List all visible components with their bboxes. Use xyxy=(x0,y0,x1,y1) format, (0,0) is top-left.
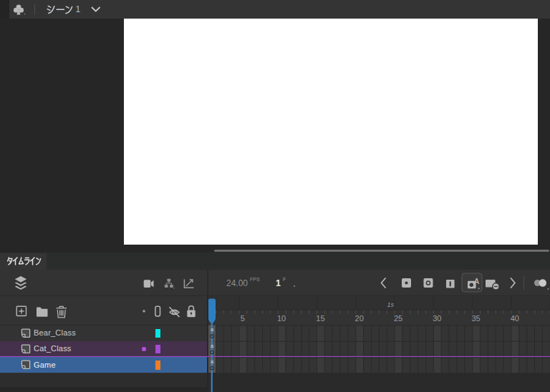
svg-text:A: A xyxy=(474,278,479,285)
